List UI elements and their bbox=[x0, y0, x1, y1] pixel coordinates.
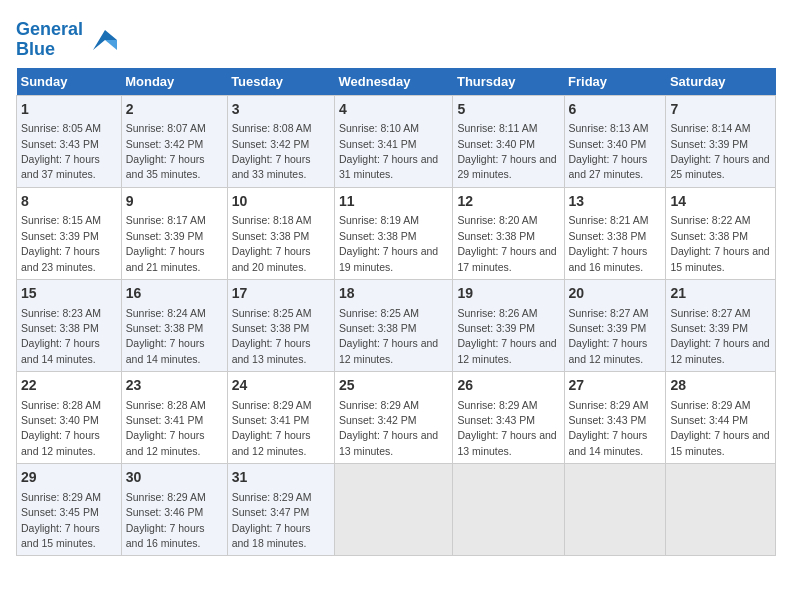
calendar-cell bbox=[453, 464, 564, 556]
day-number: 10 bbox=[232, 192, 330, 212]
calendar-cell: 16 Sunrise: 8:24 AMSunset: 3:38 PMDaylig… bbox=[121, 279, 227, 371]
day-header-thursday: Thursday bbox=[453, 68, 564, 96]
calendar-cell bbox=[666, 464, 776, 556]
day-number: 28 bbox=[670, 376, 771, 396]
calendar-cell: 4 Sunrise: 8:10 AMSunset: 3:41 PMDayligh… bbox=[334, 95, 452, 187]
cell-info: Sunrise: 8:19 AMSunset: 3:38 PMDaylight:… bbox=[339, 214, 438, 272]
cell-info: Sunrise: 8:24 AMSunset: 3:38 PMDaylight:… bbox=[126, 307, 206, 365]
cell-info: Sunrise: 8:17 AMSunset: 3:39 PMDaylight:… bbox=[126, 214, 206, 272]
calendar-cell: 17 Sunrise: 8:25 AMSunset: 3:38 PMDaylig… bbox=[227, 279, 334, 371]
calendar-cell: 11 Sunrise: 8:19 AMSunset: 3:38 PMDaylig… bbox=[334, 187, 452, 279]
cell-info: Sunrise: 8:05 AMSunset: 3:43 PMDaylight:… bbox=[21, 122, 101, 180]
day-number: 29 bbox=[21, 468, 117, 488]
day-header-sunday: Sunday bbox=[17, 68, 122, 96]
calendar-cell: 25 Sunrise: 8:29 AMSunset: 3:42 PMDaylig… bbox=[334, 372, 452, 464]
calendar-cell: 19 Sunrise: 8:26 AMSunset: 3:39 PMDaylig… bbox=[453, 279, 564, 371]
calendar-cell: 2 Sunrise: 8:07 AMSunset: 3:42 PMDayligh… bbox=[121, 95, 227, 187]
cell-info: Sunrise: 8:29 AMSunset: 3:43 PMDaylight:… bbox=[569, 399, 649, 457]
day-number: 11 bbox=[339, 192, 448, 212]
day-number: 9 bbox=[126, 192, 223, 212]
cell-info: Sunrise: 8:29 AMSunset: 3:45 PMDaylight:… bbox=[21, 491, 101, 549]
calendar-cell: 18 Sunrise: 8:25 AMSunset: 3:38 PMDaylig… bbox=[334, 279, 452, 371]
day-number: 27 bbox=[569, 376, 662, 396]
cell-info: Sunrise: 8:29 AMSunset: 3:46 PMDaylight:… bbox=[126, 491, 206, 549]
calendar-cell: 27 Sunrise: 8:29 AMSunset: 3:43 PMDaylig… bbox=[564, 372, 666, 464]
day-header-friday: Friday bbox=[564, 68, 666, 96]
day-number: 24 bbox=[232, 376, 330, 396]
calendar-cell: 30 Sunrise: 8:29 AMSunset: 3:46 PMDaylig… bbox=[121, 464, 227, 556]
calendar-cell: 1 Sunrise: 8:05 AMSunset: 3:43 PMDayligh… bbox=[17, 95, 122, 187]
day-number: 6 bbox=[569, 100, 662, 120]
calendar-header: SundayMondayTuesdayWednesdayThursdayFrid… bbox=[17, 68, 776, 96]
calendar-cell: 29 Sunrise: 8:29 AMSunset: 3:45 PMDaylig… bbox=[17, 464, 122, 556]
cell-info: Sunrise: 8:29 AMSunset: 3:41 PMDaylight:… bbox=[232, 399, 312, 457]
day-number: 3 bbox=[232, 100, 330, 120]
calendar-cell: 3 Sunrise: 8:08 AMSunset: 3:42 PMDayligh… bbox=[227, 95, 334, 187]
cell-info: Sunrise: 8:29 AMSunset: 3:42 PMDaylight:… bbox=[339, 399, 438, 457]
calendar-cell: 6 Sunrise: 8:13 AMSunset: 3:40 PMDayligh… bbox=[564, 95, 666, 187]
cell-info: Sunrise: 8:08 AMSunset: 3:42 PMDaylight:… bbox=[232, 122, 312, 180]
day-number: 18 bbox=[339, 284, 448, 304]
day-number: 23 bbox=[126, 376, 223, 396]
cell-info: Sunrise: 8:23 AMSunset: 3:38 PMDaylight:… bbox=[21, 307, 101, 365]
calendar-week-1: 1 Sunrise: 8:05 AMSunset: 3:43 PMDayligh… bbox=[17, 95, 776, 187]
calendar-cell: 9 Sunrise: 8:17 AMSunset: 3:39 PMDayligh… bbox=[121, 187, 227, 279]
cell-info: Sunrise: 8:10 AMSunset: 3:41 PMDaylight:… bbox=[339, 122, 438, 180]
calendar-cell: 31 Sunrise: 8:29 AMSunset: 3:47 PMDaylig… bbox=[227, 464, 334, 556]
calendar-cell: 23 Sunrise: 8:28 AMSunset: 3:41 PMDaylig… bbox=[121, 372, 227, 464]
svg-marker-1 bbox=[105, 40, 117, 50]
calendar-week-5: 29 Sunrise: 8:29 AMSunset: 3:45 PMDaylig… bbox=[17, 464, 776, 556]
day-number: 7 bbox=[670, 100, 771, 120]
day-header-saturday: Saturday bbox=[666, 68, 776, 96]
calendar-cell: 24 Sunrise: 8:29 AMSunset: 3:41 PMDaylig… bbox=[227, 372, 334, 464]
logo-icon bbox=[85, 26, 117, 54]
calendar-cell: 13 Sunrise: 8:21 AMSunset: 3:38 PMDaylig… bbox=[564, 187, 666, 279]
calendar-cell: 5 Sunrise: 8:11 AMSunset: 3:40 PMDayligh… bbox=[453, 95, 564, 187]
calendar-table: SundayMondayTuesdayWednesdayThursdayFrid… bbox=[16, 68, 776, 557]
calendar-cell: 14 Sunrise: 8:22 AMSunset: 3:38 PMDaylig… bbox=[666, 187, 776, 279]
day-number: 14 bbox=[670, 192, 771, 212]
calendar-cell: 7 Sunrise: 8:14 AMSunset: 3:39 PMDayligh… bbox=[666, 95, 776, 187]
header: General Blue bbox=[16, 16, 776, 60]
day-number: 31 bbox=[232, 468, 330, 488]
cell-info: Sunrise: 8:15 AMSunset: 3:39 PMDaylight:… bbox=[21, 214, 101, 272]
cell-info: Sunrise: 8:13 AMSunset: 3:40 PMDaylight:… bbox=[569, 122, 649, 180]
cell-info: Sunrise: 8:25 AMSunset: 3:38 PMDaylight:… bbox=[339, 307, 438, 365]
calendar-cell: 20 Sunrise: 8:27 AMSunset: 3:39 PMDaylig… bbox=[564, 279, 666, 371]
day-number: 5 bbox=[457, 100, 559, 120]
cell-info: Sunrise: 8:28 AMSunset: 3:41 PMDaylight:… bbox=[126, 399, 206, 457]
calendar-cell: 15 Sunrise: 8:23 AMSunset: 3:38 PMDaylig… bbox=[17, 279, 122, 371]
cell-info: Sunrise: 8:20 AMSunset: 3:38 PMDaylight:… bbox=[457, 214, 556, 272]
calendar-week-4: 22 Sunrise: 8:28 AMSunset: 3:40 PMDaylig… bbox=[17, 372, 776, 464]
cell-info: Sunrise: 8:29 AMSunset: 3:44 PMDaylight:… bbox=[670, 399, 769, 457]
logo: General Blue bbox=[16, 20, 117, 60]
cell-info: Sunrise: 8:29 AMSunset: 3:43 PMDaylight:… bbox=[457, 399, 556, 457]
day-number: 1 bbox=[21, 100, 117, 120]
cell-info: Sunrise: 8:11 AMSunset: 3:40 PMDaylight:… bbox=[457, 122, 556, 180]
day-number: 25 bbox=[339, 376, 448, 396]
calendar-cell: 12 Sunrise: 8:20 AMSunset: 3:38 PMDaylig… bbox=[453, 187, 564, 279]
day-number: 16 bbox=[126, 284, 223, 304]
calendar-cell: 21 Sunrise: 8:27 AMSunset: 3:39 PMDaylig… bbox=[666, 279, 776, 371]
day-number: 2 bbox=[126, 100, 223, 120]
day-header-monday: Monday bbox=[121, 68, 227, 96]
calendar-cell bbox=[334, 464, 452, 556]
cell-info: Sunrise: 8:28 AMSunset: 3:40 PMDaylight:… bbox=[21, 399, 101, 457]
day-number: 13 bbox=[569, 192, 662, 212]
calendar-cell: 22 Sunrise: 8:28 AMSunset: 3:40 PMDaylig… bbox=[17, 372, 122, 464]
day-number: 8 bbox=[21, 192, 117, 212]
cell-info: Sunrise: 8:26 AMSunset: 3:39 PMDaylight:… bbox=[457, 307, 556, 365]
day-number: 20 bbox=[569, 284, 662, 304]
cell-info: Sunrise: 8:27 AMSunset: 3:39 PMDaylight:… bbox=[569, 307, 649, 365]
day-number: 21 bbox=[670, 284, 771, 304]
day-header-tuesday: Tuesday bbox=[227, 68, 334, 96]
cell-info: Sunrise: 8:22 AMSunset: 3:38 PMDaylight:… bbox=[670, 214, 769, 272]
cell-info: Sunrise: 8:25 AMSunset: 3:38 PMDaylight:… bbox=[232, 307, 312, 365]
cell-info: Sunrise: 8:21 AMSunset: 3:38 PMDaylight:… bbox=[569, 214, 649, 272]
day-number: 12 bbox=[457, 192, 559, 212]
cell-info: Sunrise: 8:27 AMSunset: 3:39 PMDaylight:… bbox=[670, 307, 769, 365]
day-number: 4 bbox=[339, 100, 448, 120]
logo-text: General Blue bbox=[16, 20, 83, 60]
day-header-wednesday: Wednesday bbox=[334, 68, 452, 96]
calendar-cell bbox=[564, 464, 666, 556]
